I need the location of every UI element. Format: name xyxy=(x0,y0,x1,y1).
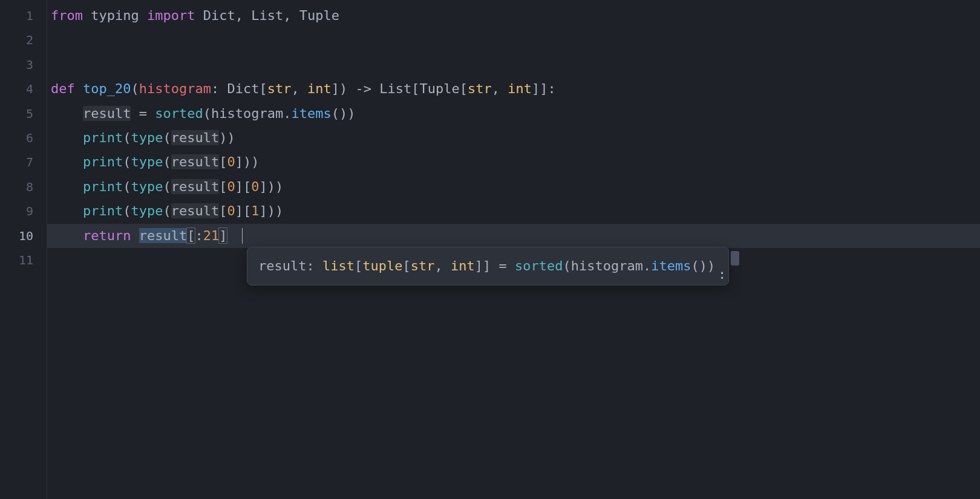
number: 0 xyxy=(227,179,235,194)
type: Tuple xyxy=(419,81,459,96)
code-line[interactable]: print(type(result)) xyxy=(47,126,980,150)
code-area[interactable]: from typing import Dict, List, Tuple def… xyxy=(47,0,980,499)
tooltip-var: histogram xyxy=(571,258,643,273)
variable: result xyxy=(171,154,219,169)
parameter: histogram xyxy=(139,81,211,96)
module-name: typing xyxy=(91,8,139,23)
tooltip-var: result xyxy=(258,258,306,273)
variable: result xyxy=(171,130,219,145)
punct: , xyxy=(235,8,252,23)
code-line[interactable]: print(type(result[0])) xyxy=(47,150,980,174)
variable: result xyxy=(171,203,219,218)
import-name: Dict xyxy=(203,8,235,23)
line-number: 5 xyxy=(0,102,47,126)
type: List xyxy=(379,81,411,96)
code-line[interactable] xyxy=(47,53,980,77)
code-editor[interactable]: 1 2 3 4 5 6 7 8 9 10 11 from typing impo… xyxy=(0,0,980,499)
line-number: 11 xyxy=(0,248,47,272)
code-line[interactable] xyxy=(47,28,980,52)
line-number-gutter: 1 2 3 4 5 6 7 8 9 10 11 xyxy=(0,0,47,499)
text-cursor xyxy=(242,228,243,244)
keyword-import: import xyxy=(147,8,195,23)
number: 21 xyxy=(203,228,220,243)
type: Dict xyxy=(227,81,259,96)
line-number: 3 xyxy=(0,53,47,77)
punct: , xyxy=(283,8,299,23)
code-line[interactable]: def top_20(histogram: Dict[str, int]) ->… xyxy=(47,77,980,101)
number: 0 xyxy=(227,154,235,169)
type-hint-tooltip: result: list[tuple[str, int]] = sorted(h… xyxy=(247,247,729,285)
builtin: print xyxy=(83,203,123,218)
type: int xyxy=(307,81,332,96)
line-number: 4 xyxy=(0,77,47,101)
keyword-from: from xyxy=(51,8,83,23)
code-line[interactable]: from typing import Dict, List, Tuple xyxy=(47,4,980,28)
code-line[interactable]: print(type(result[0][1])) xyxy=(47,199,980,223)
line-number: 10 xyxy=(0,224,47,248)
line-number: 2 xyxy=(0,28,47,52)
builtin: print xyxy=(83,130,123,145)
code-line[interactable]: print(type(result[0][0])) xyxy=(47,175,980,199)
builtin: sorted xyxy=(155,106,203,121)
builtin: print xyxy=(83,154,123,169)
variable: histogram xyxy=(211,106,283,121)
line-number: 6 xyxy=(0,126,47,150)
tooltip-type: tuple xyxy=(362,258,402,273)
variable: result xyxy=(139,228,187,243)
line-number: 8 xyxy=(0,175,47,199)
line-number: 7 xyxy=(0,150,47,174)
type: str xyxy=(468,81,492,96)
builtin: type xyxy=(131,154,163,169)
number: 0 xyxy=(227,203,235,218)
function-name: top_20 xyxy=(83,81,131,96)
builtin: type xyxy=(131,130,163,145)
builtin: type xyxy=(131,179,163,194)
line-number-label: 10 xyxy=(19,229,33,243)
line-number: 9 xyxy=(0,199,47,223)
import-name: List xyxy=(251,8,283,23)
keyword-def: def xyxy=(51,81,75,96)
tooltip-type: int xyxy=(451,258,475,273)
tooltip-method: items xyxy=(651,258,691,273)
method: items xyxy=(291,106,331,121)
type: str xyxy=(267,81,292,96)
line-number: 1 xyxy=(0,4,47,28)
code-line[interactable]: result = sorted(histogram.items()) xyxy=(47,102,980,126)
tooltip-builtin: sorted xyxy=(515,258,563,273)
number: 0 xyxy=(251,179,259,194)
import-name: Tuple xyxy=(299,8,339,23)
keyword-return: return xyxy=(83,228,131,243)
type: int xyxy=(508,81,532,96)
builtin: print xyxy=(83,179,123,194)
tooltip-scroll-thumb[interactable] xyxy=(731,251,739,266)
variable: result xyxy=(83,106,131,121)
builtin: type xyxy=(131,203,163,218)
number: 1 xyxy=(251,203,259,218)
code-line-active[interactable]: return result[:21] xyxy=(47,224,980,248)
tooltip-overflow-indicator: : xyxy=(718,264,726,285)
tooltip-type: str xyxy=(411,258,435,273)
variable: result xyxy=(171,179,219,194)
tooltip-type: list xyxy=(322,258,354,273)
